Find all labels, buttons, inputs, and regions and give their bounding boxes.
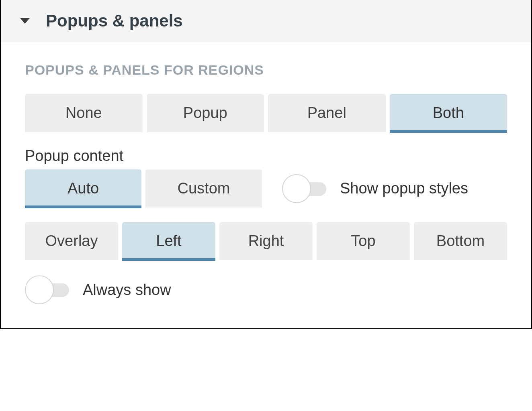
toggle-knob bbox=[282, 174, 311, 203]
always-show-toggle[interactable] bbox=[25, 275, 73, 304]
mode-option-popup[interactable]: Popup bbox=[147, 94, 264, 132]
position-segmented-control: Overlay Left Right Top Bottom bbox=[25, 222, 507, 260]
position-option-left[interactable]: Left bbox=[122, 222, 215, 260]
section-content: POPUPS & PANELS FOR REGIONS None Popup P… bbox=[1, 42, 531, 328]
always-show-row: Always show bbox=[25, 275, 507, 304]
mode-option-both[interactable]: Both bbox=[390, 94, 507, 132]
show-popup-styles-toggle[interactable] bbox=[282, 174, 330, 203]
section-title: Popups & panels bbox=[46, 11, 183, 31]
show-popup-styles-label: Show popup styles bbox=[340, 180, 468, 197]
popup-content-option-auto[interactable]: Auto bbox=[25, 169, 141, 208]
popup-content-label: Popup content bbox=[25, 147, 507, 165]
mode-option-none[interactable]: None bbox=[25, 94, 143, 132]
mode-segmented-control: None Popup Panel Both bbox=[25, 94, 507, 132]
position-option-top[interactable]: Top bbox=[317, 222, 410, 260]
section-header[interactable]: Popups & panels bbox=[1, 0, 531, 42]
popups-panels-panel: Popups & panels POPUPS & PANELS FOR REGI… bbox=[0, 0, 532, 329]
position-option-right[interactable]: Right bbox=[219, 222, 313, 260]
mode-option-panel[interactable]: Panel bbox=[268, 94, 386, 132]
always-show-label: Always show bbox=[83, 281, 171, 299]
position-option-overlay[interactable]: Overlay bbox=[25, 222, 118, 260]
popup-content-segmented-control: Auto Custom bbox=[25, 169, 262, 208]
show-popup-styles-row: Show popup styles bbox=[282, 174, 468, 203]
subsection-label: POPUPS & PANELS FOR REGIONS bbox=[25, 62, 507, 78]
position-option-bottom[interactable]: Bottom bbox=[414, 222, 507, 260]
popup-content-option-custom[interactable]: Custom bbox=[145, 169, 262, 208]
toggle-knob bbox=[25, 275, 54, 304]
caret-down-icon bbox=[20, 18, 30, 24]
